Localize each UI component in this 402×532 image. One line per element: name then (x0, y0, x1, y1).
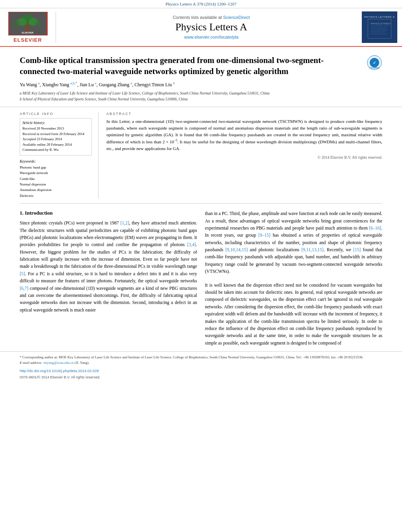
body-left-col: 1. Introduction Since photonic crystals … (20, 210, 197, 347)
ref-3-4[interactable]: [3,4] (187, 242, 196, 247)
footer-links: http://dx.doi.org/10.1016/j.physleta.201… (0, 367, 402, 374)
svg-text:✓: ✓ (373, 61, 376, 65)
doi-link[interactable]: http://dx.doi.org/10.1016/j.physleta.201… (20, 369, 99, 373)
ref-6-7[interactable]: [6,7] (20, 286, 28, 291)
article-info-col: ARTICLE INFO Article history: Received 2… (20, 112, 99, 198)
article-title-block: Comb-like optical transmission spectra g… (20, 55, 382, 77)
svg-point-5 (14, 21, 20, 27)
journal-center: Contents lists available at ScienceDirec… (61, 15, 362, 39)
journal-logo-right: PHYSICS LETTERS A PHYSICS LETTERS A (362, 11, 397, 43)
contents-text: Contents lists available at (173, 15, 222, 20)
email-link[interactable]: xbyang@scnu.edu.cn (43, 361, 74, 365)
intro-para-1: Since photonic crystals (PCs) were propo… (20, 219, 197, 313)
sciencedirect-link[interactable]: ScienceDirect (223, 15, 250, 20)
available-online-date: Available online 28 February 2014 (22, 142, 89, 148)
ref-15[interactable]: [15] (353, 247, 361, 252)
article-title-text: Comb-like optical transmission spectra g… (20, 55, 359, 77)
body-section: 1. Introduction Since photonic crystals … (0, 204, 402, 347)
journal-url[interactable]: www.elsevier.com/locate/pla (61, 35, 362, 39)
info-abstract-section: ARTICLE INFO Article history: Received 2… (0, 107, 402, 203)
copyright-line: © 2014 Elsevier B.V. All rights reserved… (106, 155, 382, 159)
footnote-email: E-mail address: xbyang@scnu.edu.cn (X. Y… (20, 360, 382, 366)
communicated-by: Communicated by R. Wu (22, 147, 89, 153)
journal-logo-right-text: PHYSICS LETTERS A (364, 16, 395, 18)
svg-text:PHYSICS LETTERS A: PHYSICS LETTERS A (371, 22, 391, 25)
intro-heading: 1. Introduction (20, 210, 197, 216)
keywords-section: Keywords: Photonic band gap Waveguide ne… (20, 159, 92, 198)
footnote-star: * Corresponding author at: MOE Key Labor… (20, 355, 382, 360)
footnote-section: * Corresponding author at: MOE Key Labor… (0, 351, 402, 367)
ref-5[interactable]: [5] (20, 271, 25, 276)
affiliation-b: b School of Physical Education and Sport… (20, 97, 382, 102)
body-right-col: than in a PC. Third, the phase, amplitud… (205, 210, 382, 347)
article-info-label: ARTICLE INFO (20, 112, 92, 116)
ref-1-2[interactable]: [1,2] (120, 221, 129, 225)
svg-point-6 (35, 21, 41, 27)
journal-title: Physics Letters A (61, 21, 362, 33)
article-header: Comb-like optical transmission spectra g… (0, 47, 402, 107)
intro-para-right-2: It is well known that the dispersion eff… (205, 282, 382, 347)
svg-text:ELSEVIER: ELSEVIER (22, 32, 34, 34)
elsevier-label: ELSEVIER (13, 37, 42, 43)
svg-text:CrossMark: CrossMark (369, 67, 380, 69)
crossmark-svg: ✓ CrossMark (367, 55, 382, 70)
contents-line: Contents lists available at ScienceDirec… (61, 15, 362, 20)
received-date: Received 20 November 2013 (22, 126, 89, 132)
authors-line: Yu Wang a, Xiangbo Yang a,b,*, Jian Lu a… (20, 81, 382, 88)
keyword-3: Comb-like (20, 176, 92, 182)
crossmark-logo[interactable]: ✓ CrossMark (367, 55, 382, 70)
history-title: Article history: (22, 121, 89, 125)
keyword-4: Normal dispersion (20, 182, 92, 187)
journal-cover-svg: PHYSICS LETTERS A (369, 20, 391, 38)
received-revised-date: Received in revised form 20 February 201… (22, 132, 89, 137)
ref-9-11-13-15[interactable]: [9,11,13,15] (302, 247, 324, 252)
journal-cover-image: PHYSICS LETTERS A (368, 19, 391, 39)
accepted-date: Accepted 23 February 2014 (22, 137, 89, 142)
keyword-2: Waveguide network (20, 170, 92, 176)
abstract-col: ABSTRACT In this Letter, a one-dimension… (106, 112, 382, 198)
svg-rect-4 (26, 24, 29, 31)
elsevier-logo-image: ELSEVIER (8, 12, 48, 35)
ref-9-10-14-15[interactable]: [9,10,14,15] (225, 247, 248, 252)
doi-text: Physics Letters A 378 (2014) 1200–1207 (166, 2, 236, 6)
top-bar: Physics Letters A 378 (2014) 1200–1207 (0, 0, 402, 8)
elsevier-logo: ELSEVIER ELSEVIER (5, 12, 56, 43)
keyword-5: Anomalous dispersion (20, 187, 92, 193)
affiliation-a: a MOE Key Laboratory of Laser Life Scien… (20, 91, 382, 96)
journal-header: ELSEVIER ELSEVIER Contents lists availab… (0, 8, 402, 47)
ref-6-16[interactable]: [6–16] (369, 226, 381, 230)
intro-para-right-1: than in a PC. Third, the phase, amplitud… (205, 210, 382, 275)
abstract-text: In this Letter, a one-dimensional (1D) t… (106, 118, 382, 152)
ref-9-15[interactable]: [9–15] (259, 233, 271, 237)
keywords-title: Keywords: (20, 159, 92, 163)
article-history-box: Article history: Received 20 November 20… (20, 118, 92, 156)
abstract-label: ABSTRACT (106, 112, 382, 116)
footer-copyright: 0375-9601/© 2014 Elsevier B.V. All right… (0, 374, 402, 380)
keyword-6: Dielectric (20, 193, 92, 198)
elsevier-tree-svg: ELSEVIER (9, 12, 47, 35)
keyword-1: Photonic band gap (20, 165, 92, 170)
